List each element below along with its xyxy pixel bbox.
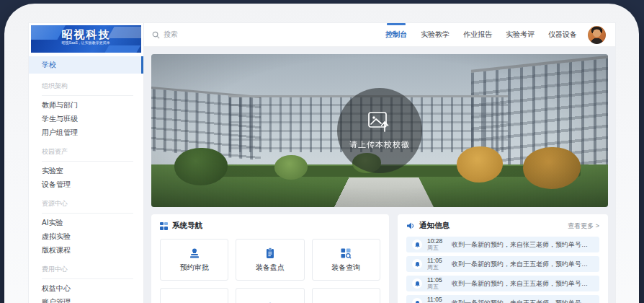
sidebar-item-account-mgmt[interactable]: 账户管理 — [29, 295, 143, 303]
search-placeholder: 搜索 — [164, 30, 178, 40]
sidebar-group-title: 费用中心 — [42, 265, 133, 279]
grid-icon — [160, 222, 168, 230]
search-input[interactable]: 搜索 — [152, 30, 178, 40]
sidebar-group-title: 组织架构 — [42, 82, 133, 96]
notice-item[interactable]: 10:28 周五 收到一条新的预约，来自张三老师，预约单号为：Y-0044，请尽… — [406, 237, 599, 252]
sidebar-item-benefits-center[interactable]: 权益中心 — [29, 281, 143, 295]
nav-card-inventory[interactable]: 装备盘点 — [236, 239, 304, 281]
view-more-link[interactable]: 查看更多 > — [568, 221, 599, 231]
main-area: 搜索 控制台 实验教学 作业报告 实验考评 仪器设备 — [144, 23, 615, 303]
user-avatar[interactable] — [588, 26, 606, 44]
nav-card-cutoff[interactable] — [160, 288, 228, 303]
notice-text: 收到一条新的预约，来自王五老师，预约单号为：Y-0056，请尽快处理。 — [452, 299, 594, 303]
notice-time: 10:28 周五 — [427, 238, 447, 252]
tab-instruments[interactable]: 仪器设备 — [548, 23, 577, 46]
tab-homework-reports[interactable]: 作业报告 — [463, 23, 492, 46]
nav-card-label: 装备盘点 — [256, 263, 285, 273]
bell-icon — [412, 240, 422, 250]
tab-experiment-teaching[interactable]: 实验教学 — [421, 23, 450, 46]
top-nav-tabs: 控制台 实验教学 作业报告 实验考评 仪器设备 — [385, 23, 577, 46]
upload-badge-label: 请上传本校校徽 — [349, 139, 410, 150]
sidebar-item-equipment-mgmt[interactable]: 设备管理 — [29, 177, 143, 191]
grid-search-icon — [340, 247, 352, 259]
bell-icon — [412, 278, 422, 289]
nav-card-cutoff[interactable] — [236, 288, 304, 303]
notice-text: 收到一条新的预约，来自张三老师，预约单号为：Y-0044，请尽快处理。 — [452, 240, 594, 250]
notice-item[interactable]: 11:05 周五 收到一条新的预约，来自王五老师，预约单号为：Y-0056，请尽… — [406, 276, 599, 291]
sidebar-group-title: 资源中心 — [42, 199, 133, 214]
notice-item[interactable]: 11:05 周五 收到一条新的预约，来自王五老师，预约单号为：Y-0056，请尽… — [406, 256, 599, 272]
nav-card-cutoff[interactable] — [312, 288, 380, 303]
sidebar: 昭视科技 昭视SaaS，让实验教学更简单 学校 组织架构 教师与部门 学生与班级… — [29, 23, 144, 303]
sidebar-item-virtual-experiment[interactable]: 虚拟实验 — [29, 229, 143, 243]
sidebar-group-title: 校园资产 — [42, 147, 133, 162]
brand-name: 昭视科技 — [62, 29, 111, 40]
content-area: 请上传本校校徽 系统导航 — [144, 47, 615, 303]
topbar: 搜索 控制台 实验教学 作业报告 实验考评 仪器设备 — [144, 23, 615, 47]
brand-tagline: 昭视SaaS，让实验教学更简单 — [62, 40, 110, 45]
nav-card-approval[interactable]: 预约审批 — [160, 239, 228, 281]
notice-panel: 通知信息 查看更多 > 10:28 周五 — [398, 214, 608, 303]
stamp-icon — [189, 247, 200, 259]
bell-icon — [412, 298, 422, 303]
sidebar-item-ai-experiment[interactable]: AI实验 — [29, 216, 143, 229]
nav-card-query[interactable]: 装备查询 — [312, 239, 380, 281]
system-nav-panel: 系统导航 预约审批 — [151, 214, 389, 303]
notice-time: 11:05 周五 — [427, 258, 447, 271]
notice-time: 11:05 周五 — [427, 297, 447, 303]
notice-list: 10:28 周五 收到一条新的预约，来自张三老师，预约单号为：Y-0044，请尽… — [406, 237, 599, 303]
tab-console[interactable]: 控制台 — [385, 23, 407, 46]
nav-card-label: 装备查询 — [331, 263, 360, 273]
image-upload-icon — [367, 111, 392, 133]
logo-decor — [107, 27, 141, 38]
campus-photo-banner: 请上传本校校徽 — [151, 54, 608, 207]
notice-text: 收到一条新的预约，来自王五老师，预约单号为：Y-0056，请尽快处理。 — [452, 260, 594, 269]
bell-icon — [412, 259, 422, 269]
notice-text: 收到一条新的预约，来自王五老师，预约单号为：Y-0056，请尽快处理。 — [452, 279, 594, 289]
app-frame: 昭视科技 昭视SaaS，让实验教学更简单 学校 组织架构 教师与部门 学生与班级… — [29, 23, 615, 303]
sidebar-item-user-groups[interactable]: 用户组管理 — [29, 126, 143, 139]
app-window-card: 昭视科技 昭视SaaS，让实验教学更简单 学校 组织架构 教师与部门 学生与班级… — [4, 4, 639, 303]
notice-header: 通知信息 查看更多 > — [406, 221, 599, 231]
sidebar-item-school-active[interactable]: 学校 — [29, 56, 143, 74]
bottom-panels: 系统导航 预约审批 — [151, 214, 608, 303]
system-nav-grid: 预约审批 装备盘点 — [160, 239, 380, 303]
clipboard-icon — [264, 247, 276, 259]
system-nav-header: 系统导航 — [160, 221, 380, 231]
sidebar-item-licensed-courses[interactable]: 版权课程 — [29, 243, 143, 257]
tab-experiment-assessment[interactable]: 实验考评 — [506, 23, 535, 46]
system-nav-title: 系统导航 — [172, 221, 202, 231]
logo-decor — [102, 45, 140, 53]
sidebar-item-students-classes[interactable]: 学生与班级 — [29, 112, 143, 126]
sidebar-item-teachers-departments[interactable]: 教师与部门 — [29, 98, 143, 112]
notice-title: 通知信息 — [419, 221, 450, 231]
notice-item[interactable]: 11:05 周五 收到一条新的预约，来自王五老师，预约单号为：Y-0056，请尽… — [406, 295, 599, 303]
brand-logo: 昭视科技 昭视SaaS，让实验教学更简单 — [31, 25, 141, 53]
nav-card-label: 预约审批 — [180, 263, 209, 273]
speaker-icon — [406, 221, 415, 230]
sidebar-item-labs[interactable]: 实验室 — [29, 164, 143, 177]
notice-time: 11:05 周五 — [427, 277, 447, 291]
upload-badge-button[interactable]: 请上传本校校徽 — [337, 88, 422, 173]
search-icon — [152, 31, 160, 39]
